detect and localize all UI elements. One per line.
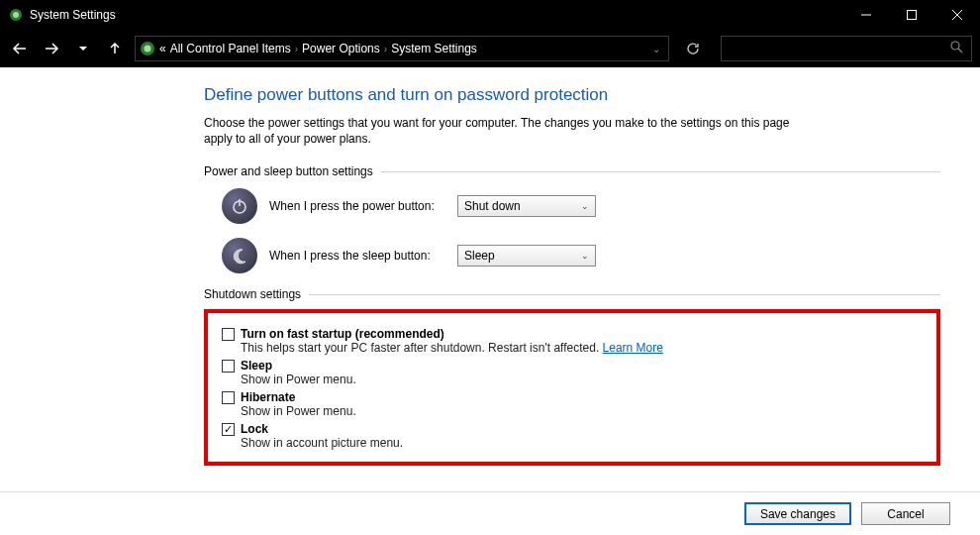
address-dropdown-icon[interactable]: ⌄ [648, 44, 664, 54]
option-label: Hibernate [241, 390, 295, 404]
address-bar[interactable]: « All Control Panel Items › Power Option… [135, 36, 669, 61]
svg-point-7 [145, 46, 151, 53]
refresh-button[interactable] [681, 37, 705, 60]
power-button-row: When I press the power button: Shut down… [222, 188, 940, 224]
checkbox-lock[interactable] [222, 423, 235, 436]
section-header-shutdown: Shutdown settings [204, 287, 940, 301]
breadcrumb-prefix: « [159, 42, 166, 55]
checkbox-fast-startup[interactable] [222, 328, 235, 341]
cancel-button[interactable]: Cancel [861, 502, 950, 525]
learn-more-link[interactable]: Learn More [603, 341, 663, 355]
option-desc: This helps start your PC faster after sh… [241, 341, 923, 355]
search-input[interactable] [721, 36, 972, 61]
option-lock: Lock Show in account picture menu. [222, 422, 923, 450]
titlebar: System Settings [0, 0, 980, 30]
recent-dropdown[interactable] [71, 37, 95, 60]
svg-rect-3 [908, 11, 917, 20]
chevron-right-icon: › [295, 44, 298, 54]
option-label: Lock [241, 422, 268, 436]
sleep-icon [222, 238, 257, 273]
page-description: Choose the power settings that you want … [204, 115, 798, 147]
sleep-button-label: When I press the sleep button: [269, 249, 457, 263]
maximize-button[interactable] [889, 0, 934, 30]
checkbox-sleep[interactable] [222, 360, 235, 373]
highlight-box: Turn on fast startup (recommended) This … [204, 309, 940, 466]
section-title: Shutdown settings [204, 287, 301, 301]
up-button[interactable] [103, 37, 127, 60]
power-button-select[interactable]: Shut down ⌄ [457, 195, 596, 217]
search-icon [950, 41, 963, 56]
app-icon [8, 7, 24, 23]
close-button[interactable] [934, 0, 980, 30]
chevron-right-icon: › [384, 44, 387, 54]
breadcrumb-item[interactable]: All Control Panel Items [170, 42, 291, 55]
breadcrumb: « All Control Panel Items › Power Option… [159, 42, 477, 55]
svg-line-9 [958, 49, 962, 53]
sleep-button-select[interactable]: Sleep ⌄ [457, 245, 596, 267]
power-button-label: When I press the power button: [269, 199, 457, 213]
option-sleep: Sleep Show in Power menu. [222, 359, 923, 386]
toolbar: « All Control Panel Items › Power Option… [0, 30, 980, 67]
option-fast-startup: Turn on fast startup (recommended) This … [222, 327, 923, 355]
save-button[interactable]: Save changes [744, 502, 851, 525]
forward-button[interactable] [40, 37, 63, 60]
sleep-button-row: When I press the sleep button: Sleep ⌄ [222, 238, 940, 273]
svg-point-1 [13, 12, 19, 18]
page-heading: Define power buttons and turn on passwor… [204, 85, 940, 105]
footer: Save changes Cancel [0, 491, 980, 535]
chevron-down-icon: ⌄ [581, 201, 589, 211]
breadcrumb-item[interactable]: Power Options [302, 42, 380, 55]
option-desc: Show in Power menu. [241, 404, 923, 418]
back-button[interactable] [8, 37, 32, 60]
select-value: Shut down [464, 199, 521, 213]
option-desc: Show in Power menu. [241, 373, 923, 386]
power-icon [222, 188, 257, 224]
breadcrumb-item[interactable]: System Settings [391, 42, 477, 55]
option-desc: Show in account picture menu. [241, 436, 923, 450]
window-title: System Settings [30, 8, 843, 22]
section-title: Power and sleep button settings [204, 164, 373, 178]
option-label: Turn on fast startup (recommended) [241, 327, 444, 341]
control-panel-icon [140, 41, 155, 56]
select-value: Sleep [464, 249, 495, 263]
option-hibernate: Hibernate Show in Power menu. [222, 390, 923, 418]
section-header-buttons: Power and sleep button settings [204, 164, 940, 178]
content-area: Define power buttons and turn on passwor… [0, 67, 980, 491]
option-label: Sleep [241, 359, 272, 373]
minimize-button[interactable] [843, 0, 889, 30]
checkbox-hibernate[interactable] [222, 391, 235, 404]
svg-point-8 [951, 42, 959, 50]
chevron-down-icon: ⌄ [581, 251, 589, 261]
